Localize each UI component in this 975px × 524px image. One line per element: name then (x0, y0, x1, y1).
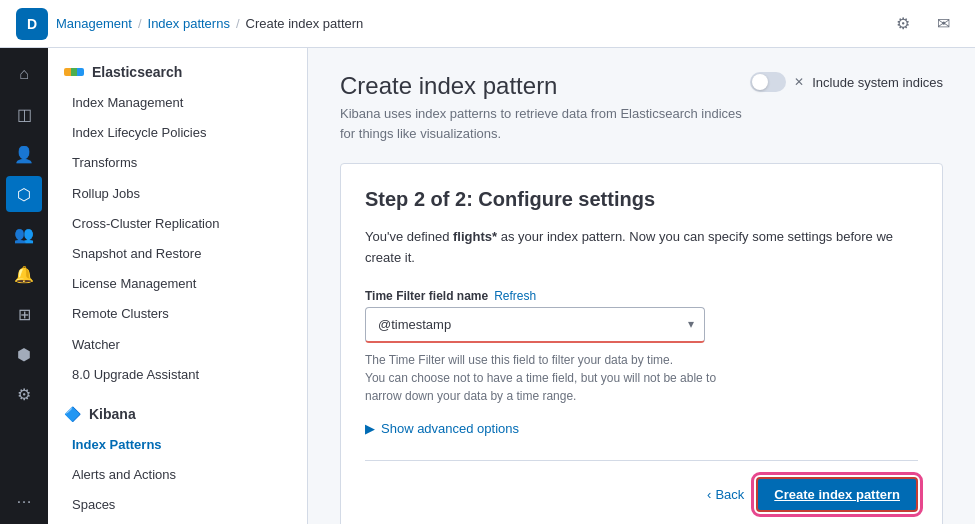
sidebar-item-upgrade-assistant[interactable]: 8.0 Upgrade Assistant (48, 360, 307, 390)
icon-rail: ⌂ ◫ 👤 ⬡ 👥 🔔 ⊞ ⬢ ⚙ … (0, 48, 48, 524)
sidebar-item-lifecycle-policies[interactable]: Index Lifecycle Policies (48, 118, 307, 148)
breadcrumb-index-patterns[interactable]: Index patterns (148, 16, 230, 31)
rail-graph-icon[interactable]: ⬢ (6, 336, 42, 372)
sidebar-item-watcher[interactable]: Watcher (48, 330, 307, 360)
main-layout: ⌂ ◫ 👤 ⬡ 👥 🔔 ⊞ ⬢ ⚙ … Elasticsearch Index … (0, 48, 975, 524)
rail-users-icon[interactable]: 👥 (6, 216, 42, 252)
sidebar-item-snapshot-restore[interactable]: Snapshot and Restore (48, 239, 307, 269)
step-description: You've defined flights* as your index pa… (365, 227, 918, 269)
elasticsearch-icon (64, 68, 84, 76)
nav-icons: ⚙ ✉ (887, 8, 959, 40)
create-index-pattern-button[interactable]: Create index pattern (756, 477, 918, 512)
breadcrumb: Management / Index patterns / Create ind… (56, 16, 363, 31)
back-button[interactable]: ‹ Back (707, 487, 744, 502)
time-filter-label: Time Filter field name Refresh (365, 289, 918, 303)
breadcrumb-management[interactable]: Management (56, 16, 132, 31)
top-navigation: D Management / Index patterns / Create i… (0, 0, 975, 48)
settings-nav-button[interactable]: ⚙ (887, 8, 919, 40)
sidebar-item-spaces[interactable]: Spaces (48, 490, 307, 520)
sidebar-item-remote-clusters[interactable]: Remote Clusters (48, 299, 307, 329)
rail-management-icon[interactable]: ⬡ (6, 176, 42, 212)
sidebar-item-transforms[interactable]: Transforms (48, 148, 307, 178)
page-subtitle: Kibana uses index patterns to retrieve d… (340, 104, 750, 143)
rail-discover-icon[interactable]: ◫ (6, 96, 42, 132)
main-content: Create index pattern Kibana uses index p… (308, 48, 975, 524)
mail-nav-button[interactable]: ✉ (927, 8, 959, 40)
sidebar-item-index-patterns[interactable]: Index Patterns (48, 430, 307, 460)
sidebar-item-saved-objects[interactable]: Saved Objects (48, 520, 307, 524)
rail-alert-icon[interactable]: 🔔 (6, 256, 42, 292)
page-title: Create index pattern (340, 72, 750, 100)
toggle-x-icon[interactable]: ✕ (794, 75, 804, 89)
timestamp-value: @timestamp (378, 317, 451, 332)
sidebar: Elasticsearch Index Management Index Lif… (48, 48, 308, 524)
field-hint: The Time Filter will use this field to f… (365, 351, 825, 405)
include-system-toggle-area: ✕ Include system indices (750, 72, 943, 92)
chevron-down-icon: ▾ (688, 317, 694, 331)
sidebar-item-cross-cluster[interactable]: Cross-Cluster Replication (48, 209, 307, 239)
sidebar-item-alerts-actions[interactable]: Alerts and Actions (48, 460, 307, 490)
sidebar-item-rollup-jobs[interactable]: Rollup Jobs (48, 179, 307, 209)
back-chevron-icon: ‹ (707, 487, 711, 502)
rail-more-icon[interactable]: … (6, 480, 42, 516)
timestamp-select[interactable]: @timestamp ▾ (365, 307, 705, 343)
kibana-icon: 🔷 (64, 406, 81, 422)
chevron-right-icon: ▶ (365, 421, 375, 436)
step-title: Step 2 of 2: Configure settings (365, 188, 918, 211)
kibana-section-title: 🔷 Kibana (48, 390, 307, 430)
card-footer: ‹ Back Create index pattern (365, 460, 918, 512)
refresh-link[interactable]: Refresh (494, 289, 536, 303)
rail-layers-icon[interactable]: ⊞ (6, 296, 42, 332)
sidebar-item-index-management[interactable]: Index Management (48, 88, 307, 118)
breadcrumb-current: Create index pattern (246, 16, 364, 31)
rail-home-icon[interactable]: ⌂ (6, 56, 42, 92)
show-advanced-options[interactable]: ▶ Show advanced options (365, 421, 918, 436)
step-card: Step 2 of 2: Configure settings You've d… (340, 163, 943, 524)
timestamp-select-wrapper: @timestamp ▾ (365, 307, 918, 343)
sidebar-item-license-management[interactable]: License Management (48, 269, 307, 299)
include-system-toggle[interactable] (750, 72, 786, 92)
rail-user-icon[interactable]: 👤 (6, 136, 42, 172)
page-header: Create index pattern Kibana uses index p… (340, 72, 943, 143)
index-pattern-name: flights* (453, 229, 497, 244)
app-logo[interactable]: D (16, 8, 48, 40)
rail-settings-icon[interactable]: ⚙ (6, 376, 42, 412)
elasticsearch-section-title: Elasticsearch (48, 48, 307, 88)
include-system-label: Include system indices (812, 75, 943, 90)
page-header-text: Create index pattern Kibana uses index p… (340, 72, 750, 143)
